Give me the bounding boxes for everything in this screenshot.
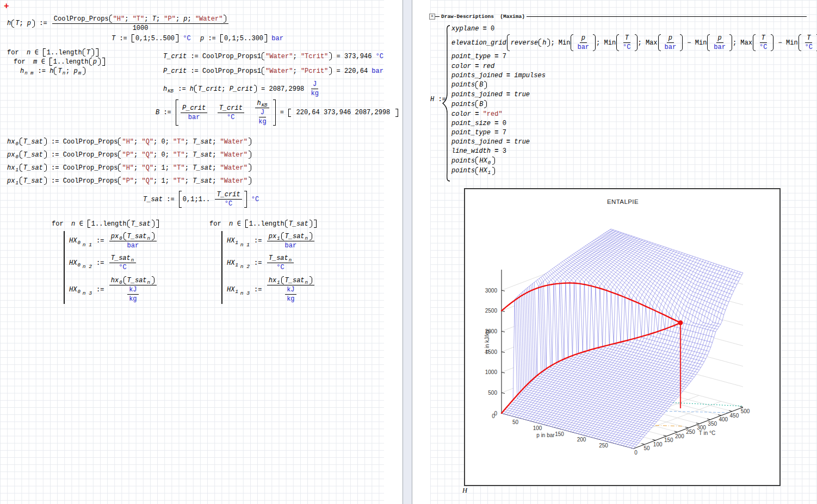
- formula-HX0_loop[interactable]: for n ∈ 1..lengthT_satHX0n 1 := px0T_sat…: [52, 219, 159, 304]
- formula-B_vec[interactable]: B := P_critbar T_crit°C hKBJkg = 220,64 …: [156, 99, 399, 126]
- draw-item-0[interactable]: xyplane = 0: [451, 25, 494, 33]
- svg-text:3000: 3000: [485, 288, 498, 294]
- svg-text:100: 100: [653, 441, 663, 447]
- svg-text:200: 200: [577, 437, 586, 443]
- svg-text:250: 250: [599, 443, 608, 449]
- draw-item-6[interactable]: points_joined = true: [451, 91, 530, 98]
- draw-item-7[interactable]: pointsB: [451, 100, 487, 108]
- page-divider: [403, 0, 412, 504]
- draw-item-2[interactable]: point_type = 7: [451, 53, 506, 60]
- enthalpy-plot-region[interactable]: 0500100015002000250030000501001502002500…: [464, 188, 781, 486]
- header-rule: [527, 16, 807, 17]
- formula-h_KB[interactable]: hKB := hT_crit; P_crit = 2087,2998 Jkg: [163, 80, 321, 97]
- svg-text:100: 100: [533, 425, 542, 431]
- svg-text:450: 450: [730, 413, 739, 419]
- svg-text:150: 150: [664, 437, 673, 443]
- draw-descriptions-header: + Draw-Descriptions (Maxima): [429, 14, 807, 20]
- critical-point: [678, 320, 683, 325]
- formula-h_matrix_loop[interactable]: for n ∈ 1..lengthTfor m ∈ 1..lengthphn m…: [7, 48, 106, 76]
- svg-text:0: 0: [634, 450, 637, 456]
- draw-item-8[interactable]: color = "red": [451, 110, 503, 118]
- svg-text:1000: 1000: [485, 369, 498, 375]
- expand-collapse-icon[interactable]: +: [429, 14, 435, 20]
- draw-descriptions-label: Draw-Descriptions (Maxima): [440, 14, 527, 20]
- svg-text:50: 50: [644, 445, 651, 451]
- 3d-surface-plot: 0500100015002000250030000501001502002500…: [465, 189, 777, 483]
- svg-text:500: 500: [488, 390, 497, 396]
- svg-text:0: 0: [492, 413, 495, 419]
- draw-item-3[interactable]: color = red: [451, 63, 494, 70]
- draw-item-1[interactable]: elevation_gridreverseh; Minpbar; MinT°C;…: [451, 34, 817, 51]
- svg-text:150: 150: [555, 431, 564, 437]
- draw-item-13[interactable]: pointsHX0: [451, 157, 496, 165]
- draw-item-12[interactable]: line_width = 3: [451, 147, 506, 155]
- formula-px1[interactable]: px1T_sat := CoolProp_Props"P"; "Q"; 1; "…: [7, 176, 252, 185]
- x-axis-title: p in bar: [536, 432, 555, 438]
- system-brace: [442, 24, 451, 183]
- formula-T_crit[interactable]: T_crit := CoolProp_Props1"Water"; "Tcrit…: [163, 52, 383, 61]
- draw-item-11[interactable]: points_joined = true: [451, 138, 530, 146]
- svg-text:200: 200: [675, 433, 684, 439]
- draw-item-10[interactable]: point_type = 7: [451, 129, 506, 136]
- svg-text:400: 400: [719, 416, 728, 422]
- svg-text:50: 50: [512, 419, 519, 425]
- formula-h_def[interactable]: hT; p := CoolProp_Props"H"; "T"; T; "P";…: [7, 15, 230, 32]
- plot-title: ENTALPIE: [607, 198, 639, 205]
- draw-descriptions-list[interactable]: xyplane = 0elevation_gridreverseh; Minpb…: [451, 25, 817, 177]
- formula-p_def[interactable]: p := 0,1;5..300 bar: [200, 34, 283, 43]
- formula-hx0[interactable]: hx0T_sat := CoolProp_Props"H"; "Q"; 0; "…: [7, 137, 252, 146]
- svg-text:250: 250: [686, 429, 695, 435]
- draw-item-14[interactable]: pointsHX1: [451, 167, 496, 175]
- formula-T_sat_def[interactable]: T_sat := 0,1;1.. T_crit°C °C: [143, 191, 259, 208]
- insertion-cursor[interactable]: +: [4, 2, 9, 11]
- draw-item-9[interactable]: point_size = 0: [451, 120, 506, 127]
- draw-item-5[interactable]: pointsB: [451, 81, 487, 89]
- plot-variable-label: H: [462, 487, 467, 495]
- header-dash: [435, 16, 440, 17]
- svg-text:2500: 2500: [485, 308, 498, 314]
- formula-P_crit[interactable]: P_crit := CoolProp_Props1"Water"; "Pcrit…: [163, 66, 383, 76]
- smath-worksheet: { "left_page": { "cursor": "+", "formula…: [0, 0, 817, 504]
- y-axis-title: T in °C: [699, 430, 716, 436]
- formula-HX1_loop[interactable]: for n ∈ 1..lengthT_satHX1n 1 := px1T_sat…: [209, 219, 317, 304]
- formula-px0[interactable]: px0T_sat := CoolProp_Props"P"; "Q"; 0; "…: [7, 150, 252, 159]
- svg-text:350: 350: [708, 421, 717, 427]
- draw-item-4[interactable]: points_joined = impulses: [451, 72, 546, 79]
- formula-hx1[interactable]: hx1T_sat := CoolProp_Props"H"; "Q"; 1; "…: [7, 163, 252, 172]
- svg-text:500: 500: [741, 408, 750, 414]
- z-axis-title: h in kJ/kg: [484, 330, 490, 353]
- formula-T_def[interactable]: T := 0,1;5..500 °C: [112, 34, 191, 43]
